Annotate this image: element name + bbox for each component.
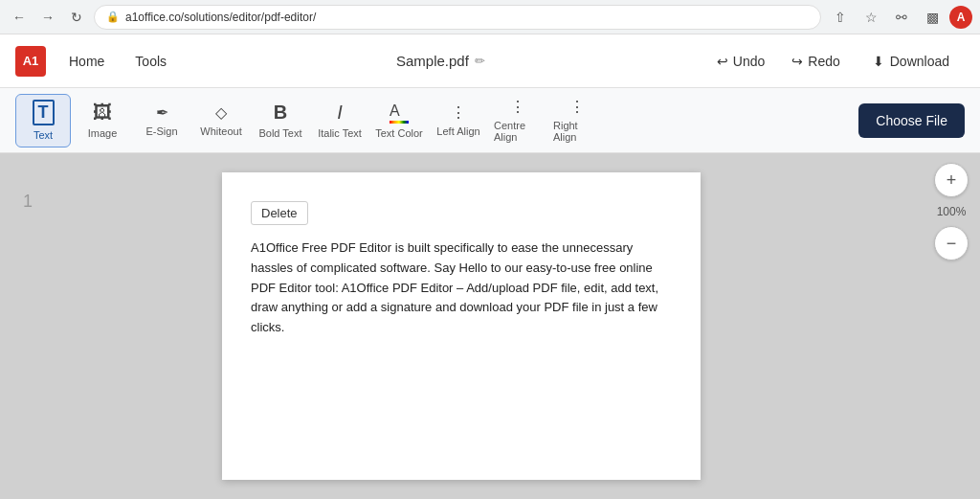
- image-tool-icon: 🖼: [93, 102, 112, 124]
- centrealign-tool-label: Centre Align: [494, 120, 542, 143]
- rightalign-tool-label: Right Align: [553, 120, 601, 143]
- right-panel: + 100% −: [923, 153, 980, 499]
- zoom-in-button[interactable]: +: [934, 163, 969, 197]
- esign-tool-icon: ✒: [156, 103, 168, 122]
- undo-icon: ↩: [717, 54, 728, 69]
- tool-leftalign[interactable]: ⋮ Left Align: [431, 94, 486, 147]
- toolbar: T Text 🖼 Image ✒ E-Sign ◇ Whiteout B Bol…: [0, 88, 980, 153]
- zoom-level-display: 100%: [937, 205, 967, 218]
- whiteout-tool-icon: ◇: [215, 103, 227, 122]
- tool-rightalign[interactable]: ⋮ Right Align: [549, 94, 605, 147]
- pdf-page: Delete A1Office Free PDF Editor is built…: [222, 172, 701, 480]
- whiteout-tool-label: Whiteout: [200, 125, 241, 137]
- filename-text: Sample.pdf: [396, 53, 469, 69]
- text-tool-label: Text: [33, 129, 53, 141]
- text-tool-icon: T: [33, 100, 55, 125]
- url-text: a1office.co/solutions/editor/pdf-editor/: [125, 11, 316, 24]
- redo-button[interactable]: ↪ Redo: [782, 48, 849, 75]
- rightalign-tool-icon: ⋮: [569, 98, 585, 116]
- tool-textcolor[interactable]: A Text Color: [371, 94, 427, 147]
- undo-button[interactable]: ↩ Undo: [707, 48, 774, 75]
- redo-icon: ↪: [791, 54, 803, 69]
- esign-tool-label: E-Sign: [145, 125, 177, 137]
- tool-text[interactable]: T Text: [15, 94, 71, 147]
- tool-esign[interactable]: ✒ E-Sign: [134, 94, 189, 147]
- browser-actions: ⇧ ☆ ⚯ ▩ A: [827, 4, 972, 31]
- lock-icon: 🔒: [106, 11, 120, 23]
- star-icon[interactable]: ☆: [858, 4, 884, 31]
- filename-area: Sample.pdf ✏: [189, 53, 692, 69]
- bold-tool-icon: B: [274, 102, 287, 124]
- tool-italic[interactable]: I Italic Text: [312, 94, 368, 147]
- extensions-icon[interactable]: ⚯: [888, 4, 915, 31]
- back-button[interactable]: ←: [8, 6, 31, 29]
- address-bar[interactable]: 🔒 a1office.co/solutions/editor/pdf-edito…: [94, 5, 821, 30]
- italic-tool-label: Italic Text: [318, 127, 362, 139]
- edit-filename-icon[interactable]: ✏: [475, 54, 485, 68]
- page-area: 1 Delete A1Office Free PDF Editor is bui…: [0, 153, 923, 499]
- window-icon[interactable]: ▩: [919, 4, 946, 31]
- leftalign-tool-label: Left Align: [436, 125, 479, 137]
- download-icon: ⬇: [873, 54, 884, 69]
- page-number: 1: [23, 192, 33, 212]
- bold-tool-label: Bold Text: [258, 127, 301, 139]
- delete-button[interactable]: Delete: [251, 201, 308, 225]
- choose-file-button[interactable]: Choose File: [858, 103, 965, 138]
- textcolor-tool-label: Text Color: [375, 127, 423, 139]
- download-button[interactable]: ⬇ Download: [858, 46, 965, 77]
- main-content: 1 Delete A1Office Free PDF Editor is bui…: [0, 153, 980, 499]
- share-icon[interactable]: ⇧: [827, 4, 854, 31]
- italic-tool-icon: I: [337, 102, 343, 124]
- tool-image[interactable]: 🖼 Image: [75, 94, 130, 147]
- textcolor-tool-icon: A: [390, 102, 409, 124]
- forward-button[interactable]: →: [36, 6, 59, 29]
- pdf-content[interactable]: A1Office Free PDF Editor is built specif…: [251, 238, 672, 338]
- header-actions: ↩ Undo ↪ Redo ⬇ Download: [707, 46, 965, 77]
- centrealign-tool-icon: ⋮: [510, 98, 525, 116]
- browser-bar: ← → ↻ 🔒 a1office.co/solutions/editor/pdf…: [0, 0, 980, 34]
- app-logo: A1: [15, 46, 46, 77]
- reload-button[interactable]: ↻: [65, 6, 88, 29]
- zoom-out-button[interactable]: −: [934, 226, 969, 261]
- nav-tools[interactable]: Tools: [127, 50, 174, 73]
- profile-avatar[interactable]: A: [949, 6, 972, 29]
- leftalign-tool-icon: ⋮: [451, 103, 466, 122]
- image-tool-label: Image: [88, 127, 118, 139]
- app-header: A1 Home Tools Sample.pdf ✏ ↩ Undo ↪ Redo…: [0, 34, 980, 88]
- tool-whiteout[interactable]: ◇ Whiteout: [193, 94, 249, 147]
- nav-home[interactable]: Home: [61, 50, 112, 73]
- tool-centrealign[interactable]: ⋮ Centre Align: [490, 94, 546, 147]
- tool-bold[interactable]: B Bold Text: [253, 94, 308, 147]
